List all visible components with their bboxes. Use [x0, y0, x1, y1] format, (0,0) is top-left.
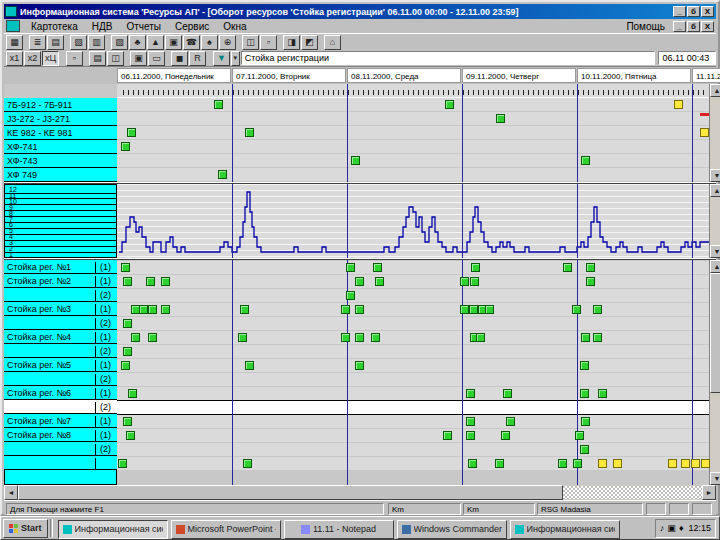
hscroll-thumb[interactable] [18, 485, 563, 500]
flight-row[interactable] [117, 140, 709, 153]
window-small-icon[interactable]: ▫ [260, 35, 277, 50]
scroll-right-icon[interactable]: ► [702, 485, 716, 500]
start-button[interactable]: Start [3, 519, 48, 538]
vscroll-thumb[interactable] [710, 273, 720, 393]
green-event-marker[interactable] [127, 128, 136, 137]
green-event-marker[interactable] [572, 305, 581, 314]
phone-icon[interactable]: ☎ [183, 35, 200, 50]
scroll-left-icon[interactable]: ◄ [4, 485, 18, 500]
green-event-marker[interactable] [485, 305, 494, 314]
network-icon[interactable]: ▣ [667, 523, 676, 533]
resource-list-icon[interactable]: ≣ [29, 35, 46, 50]
green-event-marker[interactable] [469, 305, 478, 314]
flight-label-cell[interactable]: J3-272 - J3-271 [4, 112, 117, 126]
desk-row[interactable] [117, 275, 709, 288]
printer-icon[interactable]: ▭ [148, 51, 165, 66]
flight-row[interactable] [117, 112, 709, 125]
green-event-marker[interactable] [118, 459, 127, 468]
new-page-icon[interactable]: ▣ [130, 51, 147, 66]
transfer-icon[interactable]: ⊕ [219, 35, 236, 50]
distribution-icon[interactable]: ▨ [111, 35, 128, 50]
green-event-marker[interactable] [240, 305, 249, 314]
green-event-marker[interactable] [501, 431, 510, 440]
timeline-hscrollbar[interactable]: ◄ ► [4, 485, 716, 500]
green-event-marker[interactable] [580, 445, 589, 454]
yellow-event-marker[interactable] [598, 459, 607, 468]
taskbar-task-2[interactable]: Microsoft PowerPoint - [... [171, 520, 281, 539]
flight-label-cell[interactable]: 7Б-912 - 7Б-911 [4, 98, 117, 112]
flight-row[interactable] [117, 168, 709, 181]
green-event-marker[interactable] [573, 459, 582, 468]
flight-row[interactable] [117, 98, 709, 111]
scroll-up-icon[interactable]: ▲ [710, 184, 720, 197]
histogram-vscrollbar[interactable]: ▲ ▼ [709, 184, 720, 258]
green-event-marker[interactable] [161, 277, 170, 286]
desk-label-cell[interactable] [4, 456, 117, 470]
desk-label-cell[interactable]: Стойка рег. №8(1) [4, 428, 117, 442]
child-restore-button[interactable]: б [687, 21, 700, 32]
green-event-marker[interactable] [148, 333, 157, 342]
desk-label-cell[interactable]: Стойка рег. №3(1) [4, 302, 117, 316]
green-event-marker[interactable] [131, 333, 140, 342]
green-event-marker[interactable] [346, 291, 355, 300]
volume-icon[interactable]: ♪ [660, 523, 665, 533]
chart-icon[interactable]: ▧ [70, 35, 87, 50]
desk-row[interactable] [117, 401, 709, 414]
flights-vscrollbar[interactable]: ▲ ▼ [709, 84, 720, 182]
scroll-down-icon[interactable]: ▼ [710, 472, 720, 485]
desk-label-cell[interactable]: (2) [4, 344, 117, 358]
desk-label-cell[interactable]: (2) [4, 288, 117, 302]
desk-row[interactable] [117, 373, 709, 386]
green-event-marker[interactable] [496, 114, 505, 123]
restore-button[interactable]: б [687, 6, 700, 17]
green-event-marker[interactable] [375, 277, 384, 286]
desk-label-cell[interactable]: Стойка рег. №4(1) [4, 330, 117, 344]
green-event-marker[interactable] [243, 459, 252, 468]
close-button[interactable]: X [701, 6, 714, 17]
green-event-marker[interactable] [128, 389, 137, 398]
menu-item-5[interactable]: Окна [216, 20, 253, 33]
green-event-marker[interactable] [121, 361, 130, 370]
desk-row[interactable] [117, 317, 709, 330]
filter-dropdown-icon[interactable]: ▾ [231, 51, 240, 66]
green-event-marker[interactable] [355, 305, 364, 314]
green-event-marker[interactable] [563, 263, 572, 272]
green-event-marker[interactable] [471, 263, 480, 272]
desk-label-cell[interactable]: Стойка рег. №7(1) [4, 414, 117, 428]
child-close-button[interactable]: X [701, 21, 714, 32]
desk-row[interactable] [117, 387, 709, 400]
terminal-icon[interactable]: ▣ [165, 35, 182, 50]
menu-item-1[interactable]: Картотека [24, 20, 85, 33]
desks-vscrollbar[interactable]: ▲ ▼ [709, 260, 720, 485]
flight-label-cell[interactable]: КЕ 982 - КЕ 981 [4, 126, 117, 140]
current-time-field[interactable]: 06.11 00:43 [658, 51, 716, 65]
green-event-marker[interactable] [495, 459, 504, 468]
green-event-marker[interactable] [460, 305, 469, 314]
desk-row[interactable] [117, 289, 709, 302]
green-event-marker[interactable] [598, 389, 607, 398]
yellow-event-marker[interactable] [691, 459, 700, 468]
desk-label-cell[interactable]: (2) [4, 316, 117, 330]
menu-item-2[interactable]: НДВ [85, 20, 120, 33]
cascade-icon[interactable]: ◩ [301, 35, 318, 50]
desk-label-cell[interactable]: (2) [4, 372, 117, 386]
green-event-marker[interactable] [148, 305, 157, 314]
green-event-marker[interactable] [581, 333, 590, 342]
green-event-marker[interactable] [245, 361, 254, 370]
green-event-marker[interactable] [123, 417, 132, 426]
green-event-marker[interactable] [123, 319, 132, 328]
green-event-marker[interactable] [123, 347, 132, 356]
scroll-down-icon[interactable]: ▼ [710, 245, 720, 258]
flight-row[interactable] [117, 154, 709, 167]
desk-label-cell[interactable]: Стойка рег. №6(1) [4, 386, 117, 400]
menu-item-4[interactable]: Сервис [168, 20, 216, 33]
green-event-marker[interactable] [238, 333, 247, 342]
desk-row[interactable] [117, 331, 709, 344]
desk-label-cell[interactable]: (2) [4, 400, 117, 414]
yellow-event-marker[interactable] [668, 459, 677, 468]
green-event-marker[interactable] [445, 100, 454, 109]
green-event-marker[interactable] [139, 305, 148, 314]
yellow-event-marker[interactable] [701, 459, 710, 468]
green-event-marker[interactable] [126, 431, 135, 440]
green-event-marker[interactable] [341, 305, 350, 314]
